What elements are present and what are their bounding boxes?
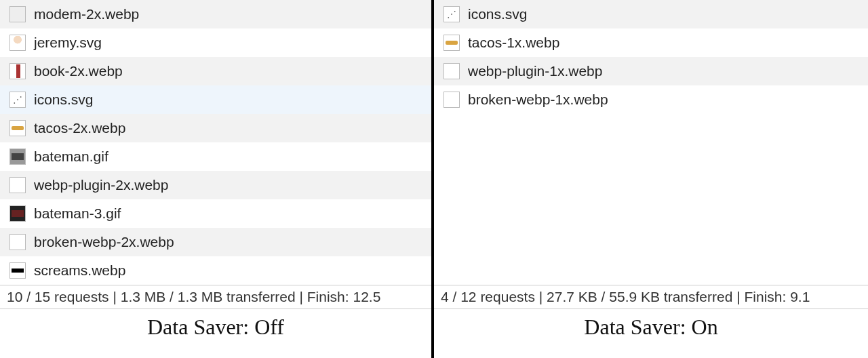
caption-right: Data Saver: On bbox=[434, 309, 868, 342]
table-row[interactable]: webp-plugin-2x.webp bbox=[0, 171, 431, 199]
table-row[interactable]: icons.svg bbox=[0, 85, 431, 114]
file-name-label: bateman-3.gif bbox=[34, 205, 121, 222]
file-name-label: screams.webp bbox=[34, 262, 125, 279]
file-thumbnail-icon bbox=[9, 120, 26, 136]
file-thumbnail-icon bbox=[443, 63, 460, 79]
file-name-label: broken-webp-1x.webp bbox=[468, 92, 608, 108]
table-row[interactable]: broken-webp-1x.webp bbox=[434, 85, 868, 114]
file-thumbnail-icon bbox=[9, 92, 26, 108]
status-text: 4 / 12 requests | 27.7 KB / 55.9 KB tran… bbox=[441, 289, 810, 305]
pane-data-saver-on: icons.svgtacos-1x.webpwebp-plugin-1x.web… bbox=[434, 0, 868, 358]
table-row[interactable]: webp-plugin-1x.webp bbox=[434, 57, 868, 85]
file-name-label: icons.svg bbox=[34, 92, 94, 108]
caption-left: Data Saver: Off bbox=[0, 309, 431, 342]
file-name-label: jeremy.svg bbox=[34, 35, 102, 51]
file-thumbnail-icon bbox=[9, 35, 26, 51]
file-thumbnail-icon bbox=[443, 92, 460, 108]
table-row[interactable]: icons.svg bbox=[434, 0, 868, 28]
table-row[interactable]: jeremy.svg bbox=[0, 28, 431, 57]
file-thumbnail-icon bbox=[9, 262, 26, 279]
file-name-label: tacos-2x.webp bbox=[34, 120, 125, 136]
table-row[interactable]: tacos-1x.webp bbox=[434, 28, 868, 57]
status-text: 10 / 15 requests | 1.3 MB / 1.3 MB trans… bbox=[7, 289, 380, 305]
file-name-label: webp-plugin-2x.webp bbox=[34, 177, 168, 193]
table-row[interactable]: screams.webp bbox=[0, 256, 431, 285]
file-list-left: modem-2x.webpjeremy.svgbook-2x.webpicons… bbox=[0, 0, 431, 285]
status-bar-left: 10 / 15 requests | 1.3 MB / 1.3 MB trans… bbox=[0, 285, 431, 309]
table-row[interactable]: bateman.gif bbox=[0, 142, 431, 171]
file-list-right: icons.svgtacos-1x.webpwebp-plugin-1x.web… bbox=[434, 0, 868, 114]
file-thumbnail-icon bbox=[9, 63, 26, 79]
file-name-label: broken-webp-2x.webp bbox=[34, 234, 174, 250]
file-name-label: webp-plugin-1x.webp bbox=[468, 63, 602, 79]
file-name-label: tacos-1x.webp bbox=[468, 35, 559, 51]
table-row[interactable]: broken-webp-2x.webp bbox=[0, 228, 431, 256]
pane-data-saver-off: modem-2x.webpjeremy.svgbook-2x.webpicons… bbox=[0, 0, 434, 358]
file-thumbnail-icon bbox=[9, 234, 26, 250]
status-bar-right: 4 / 12 requests | 27.7 KB / 55.9 KB tran… bbox=[434, 285, 868, 309]
file-name-label: modem-2x.webp bbox=[34, 6, 139, 22]
file-thumbnail-icon bbox=[443, 35, 460, 51]
file-name-label: icons.svg bbox=[468, 6, 528, 22]
table-row[interactable]: bateman-3.gif bbox=[0, 199, 431, 228]
table-row[interactable]: modem-2x.webp bbox=[0, 0, 431, 28]
file-name-label: book-2x.webp bbox=[34, 63, 123, 79]
file-name-label: bateman.gif bbox=[34, 148, 108, 165]
table-row[interactable]: book-2x.webp bbox=[0, 57, 431, 85]
file-thumbnail-icon bbox=[9, 6, 26, 22]
file-thumbnail-icon bbox=[9, 148, 26, 165]
file-thumbnail-icon bbox=[9, 177, 26, 193]
file-thumbnail-icon bbox=[9, 205, 26, 222]
table-row[interactable]: tacos-2x.webp bbox=[0, 114, 431, 142]
file-thumbnail-icon bbox=[443, 6, 460, 22]
